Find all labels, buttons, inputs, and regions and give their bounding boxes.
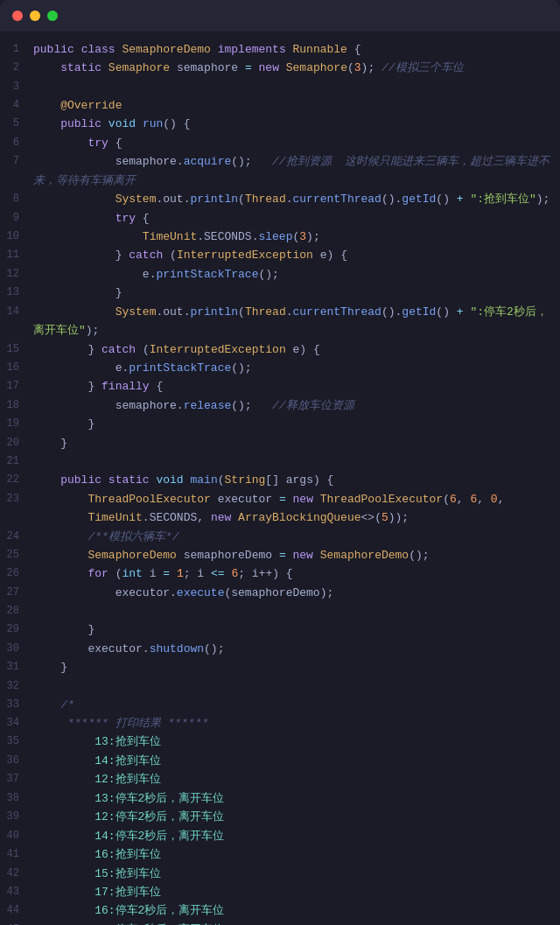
minimize-button[interactable] [30,11,40,21]
line-number: 14 [0,303,33,321]
line-number: 20 [0,434,33,452]
code-line: 5 public void run() { [0,115,560,133]
code-line: 34 ****** 打印结果 ****** [0,714,560,732]
code-line: 33 /* [0,696,560,714]
line-content: semaphore.release(); //释放车位资源 [33,396,551,415]
line-number: 29 [0,620,33,639]
line-number: 5 [0,115,33,133]
line-number: 34 [0,714,33,732]
code-line: 28 [0,602,560,620]
line-content: public void run() { [33,115,551,133]
line-content: 17:抢到车位 [33,883,551,901]
line-number: 2 [0,59,33,77]
line-number: 33 [0,696,33,714]
line-number: 27 [0,584,33,602]
code-line: 10 TimeUnit.SECONDS.sleep(3); [0,228,560,246]
code-line: 25 SemaphoreDemo semaphoreDemo = new Sem… [0,546,560,564]
line-number: 12 [0,265,33,284]
line-content: /**模拟六辆车*/ [33,528,551,546]
line-content: } [33,620,551,639]
line-number: 23 [0,490,33,508]
line-number: 36 [0,752,33,770]
code-line: 37 12:抢到车位 [0,770,560,788]
code-line: 32 [0,677,560,696]
line-number: 28 [0,602,33,620]
line-number: 15 [0,340,33,359]
line-number: 17 [0,377,33,396]
line-number: 8 [0,190,33,208]
line-number: 45 [0,921,33,925]
code-line: 16 e.printStackTrace(); [0,359,560,377]
maximize-button[interactable] [47,11,58,21]
line-content: @Override [33,96,551,115]
code-line: 31 } [0,658,560,676]
line-number: 22 [0,471,33,489]
code-line: 40 14:停车2秒后，离开车位 [0,827,560,845]
code-line: 36 14:抢到车位 [0,752,560,770]
line-content: 12:停车2秒后，离开车位 [33,808,551,826]
line-number: 13 [0,284,33,302]
line-content: 14:停车2秒后，离开车位 [33,827,551,845]
line-content: System.out.println(Thread.currentThread(… [33,190,551,208]
code-line: 4 @Override [0,96,560,115]
code-line: 21 [0,452,560,471]
close-button[interactable] [12,11,23,21]
line-content: e.printStackTrace(); [33,359,551,377]
line-content: ****** 打印结果 ****** [33,714,551,732]
line-content: } [33,415,551,433]
code-line: 44 16:停车2秒后，离开车位 [0,901,560,920]
code-line: 29 } [0,620,560,639]
line-number: 41 [0,845,33,864]
line-content: try { [33,134,551,152]
code-line: 45 15:停车2秒后，离开车位 [0,921,560,925]
line-number: 4 [0,96,33,115]
code-line: 43 17:抢到车位 [0,883,560,901]
code-line: 11 } catch (InterruptedException e) { [0,246,560,264]
code-line: 39 12:停车2秒后，离开车位 [0,808,560,826]
code-line: 23 ThreadPoolExecutor executor = new Thr… [0,490,560,528]
code-editor[interactable]: 1public class SemaphoreDemo implements R… [0,32,560,925]
line-number: 21 [0,452,33,471]
line-content: static Semaphore semaphore = new Semapho… [33,59,551,77]
line-number: 31 [0,658,33,676]
line-content: } catch (InterruptedException e) { [33,340,551,359]
line-content: 13:抢到车位 [33,732,551,751]
line-number: 40 [0,827,33,845]
line-number: 38 [0,789,33,808]
line-content: /* [33,696,551,714]
line-number: 9 [0,209,33,228]
line-content: 12:抢到车位 [33,770,551,788]
line-content: } finally { [33,377,551,396]
line-content: for (int i = 1; i <= 6; i++) { [33,564,551,583]
code-line: 13 } [0,284,560,302]
line-content: e.printStackTrace(); [33,265,551,284]
code-line: 35 13:抢到车位 [0,732,560,751]
code-line: 27 executor.execute(semaphoreDemo); [0,584,560,602]
code-line: 19 } [0,415,560,433]
line-content: executor.execute(semaphoreDemo); [33,584,551,602]
code-line: 9 try { [0,209,560,228]
line-number: 10 [0,228,33,246]
titlebar [0,0,560,32]
code-line: 22 public static void main(String[] args… [0,471,560,489]
code-line: 3 [0,78,560,96]
line-number: 43 [0,883,33,901]
line-number: 37 [0,770,33,788]
code-line: 18 semaphore.release(); //释放车位资源 [0,396,560,415]
line-content: TimeUnit.SECONDS.sleep(3); [33,228,551,246]
line-content: try { [33,209,551,228]
line-number: 3 [0,78,33,96]
code-window: 1public class SemaphoreDemo implements R… [0,0,560,925]
code-line: 26 for (int i = 1; i <= 6; i++) { [0,564,560,583]
code-line: 15 } catch (InterruptedException e) { [0,340,560,359]
line-number: 6 [0,134,33,152]
line-number: 24 [0,528,33,546]
code-line: 2 static Semaphore semaphore = new Semap… [0,59,560,77]
line-content: executor.shutdown(); [33,640,551,658]
line-content: 16:抢到车位 [33,845,551,864]
code-line: 1public class SemaphoreDemo implements R… [0,40,560,59]
line-number: 16 [0,359,33,377]
line-number: 35 [0,732,33,751]
line-content: SemaphoreDemo semaphoreDemo = new Semaph… [33,546,551,564]
line-content: } [33,284,551,302]
